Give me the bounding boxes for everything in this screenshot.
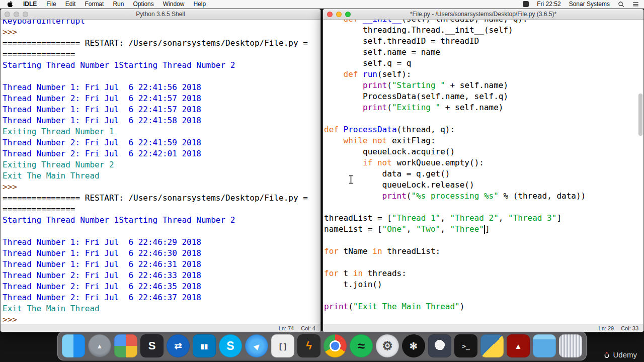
menu-edit[interactable]: Edit	[61, 1, 80, 8]
editor-line-indicator: Ln: 29	[599, 325, 614, 331]
editor-code-lines: def __init__(self, threadID, name, q): t…	[324, 20, 643, 312]
dock-icon-github[interactable]	[428, 334, 451, 357]
code-line	[3, 226, 320, 237]
menu-file[interactable]: File	[42, 1, 60, 8]
code-line: def __init__(self, threadID, name, q):	[324, 20, 643, 25]
menubar-clock[interactable]: Fri 22:52	[537, 1, 560, 8]
menu-run[interactable]: Run	[108, 1, 128, 8]
editor-col-indicator: Col: 33	[621, 325, 638, 331]
code-line	[3, 71, 320, 82]
shell-line-indicator: Ln: 74	[279, 325, 294, 331]
code-line: for t in threads:	[324, 268, 643, 279]
shell-window-controls	[5, 12, 28, 17]
dock-icon-trash[interactable]	[559, 334, 582, 357]
code-line: Starting Thread Number 1Starting Thread …	[3, 215, 320, 226]
s-dark-app-glyph: S	[148, 340, 156, 351]
dock-icon-safari[interactable]: ▸	[245, 334, 268, 357]
editor-window-title: *File.py - /Users/sonarsystems/Desktop/F…	[410, 11, 556, 18]
spotify-glyph: ≈	[358, 339, 365, 352]
dock-icon-files-folder[interactable]	[533, 334, 556, 357]
dock-icon-s-dark-app[interactable]: S	[140, 334, 164, 357]
zoom-button[interactable]	[345, 12, 351, 17]
dock-icon-obs[interactable]: ✻	[402, 334, 425, 357]
menu-format[interactable]: Format	[80, 1, 108, 8]
code-line: threading.Thread.__init__(self)	[324, 25, 643, 36]
code-line: ProcessData(self.name, self.q)	[324, 91, 643, 102]
code-line: Exiting Thread Number 2	[3, 159, 320, 170]
editor-scrollbar[interactable]	[638, 94, 642, 136]
dock-icon-finder[interactable]	[62, 334, 85, 357]
menu-app-name[interactable]: IDLE	[18, 1, 42, 8]
code-line: threadList = ["Thread 1", "Thread 2", "T…	[324, 213, 643, 224]
dock-icon-tiles-app[interactable]	[114, 334, 137, 357]
menubar-extra-icon[interactable]	[523, 1, 529, 7]
dock-icon-system-preferences[interactable]: ⚙	[376, 334, 399, 357]
menu-window[interactable]: Window	[158, 1, 189, 8]
dock-icon-brackets[interactable]: [ ]	[271, 334, 294, 357]
dock-icon-terminal[interactable]: >_	[454, 334, 477, 357]
minimize-button[interactable]	[14, 12, 19, 17]
dock-icon-chrome[interactable]	[324, 334, 347, 357]
dock-icon-transfer-app[interactable]: ⇄	[167, 334, 190, 357]
code-line: if not workQueue.empty():	[324, 157, 643, 168]
code-line: Thread Number 1: Fri Jul 6 22:46:31 2018	[3, 259, 320, 270]
shell-output-lines: KeyboardInterrupt>>> ================ RE…	[3, 20, 320, 324]
trello-glyph: ▮▮	[201, 343, 208, 349]
close-button[interactable]	[327, 12, 333, 17]
code-line: print("Starting " + self.name)	[324, 80, 643, 91]
dock-icon-trello[interactable]: ▮▮	[193, 334, 216, 357]
menu-options[interactable]: Options	[128, 1, 158, 8]
skype-glyph: S	[226, 340, 234, 352]
shell-output-area[interactable]: KeyboardInterrupt>>> ================ RE…	[1, 20, 320, 324]
editor-titlebar[interactable]: *File.py - /Users/sonarsystems/Desktop/F…	[323, 9, 643, 20]
menubar-left: IDLE FileEditFormatRunOptionsWindowHelp	[0, 0, 210, 8]
dock-icon-python-idle[interactable]	[480, 334, 504, 357]
dock-icon-skype[interactable]: S	[219, 334, 242, 357]
code-line: Starting Thread Number 1Starting Thread …	[3, 60, 320, 71]
code-line: ===============	[3, 204, 320, 215]
close-button[interactable]	[5, 12, 10, 17]
minimize-button[interactable]	[336, 12, 342, 17]
udemy-logo-icon	[603, 351, 610, 358]
apple-menu-icon[interactable]	[0, 1, 18, 8]
dock-icon-spotify[interactable]: ≈	[350, 334, 373, 357]
dock-icon-lightning-app[interactable]: ϟ	[297, 334, 320, 357]
menu-items: FileEditFormatRunOptionsWindowHelp	[42, 1, 210, 8]
editor-text-area[interactable]: def __init__(self, threadID, name, q): t…	[323, 20, 643, 324]
obs-glyph: ✻	[410, 341, 418, 351]
code-line: KeyboardInterrupt	[3, 20, 320, 27]
transfer-app-glyph: ⇄	[174, 341, 182, 350]
code-line	[324, 202, 643, 213]
shell-col-indicator: Col: 4	[301, 325, 315, 331]
code-line: Thread Number 2: Fri Jul 6 22:41:59 2018	[3, 137, 320, 148]
apple-logo-icon	[7, 1, 13, 8]
ibeam-mouse-cursor	[348, 175, 354, 186]
code-line: ================ RESTART: /Users/sonarsy…	[3, 193, 320, 204]
code-line: Exit The Main Thread	[3, 170, 320, 182]
dock-icon-launchpad[interactable]: ▲	[88, 334, 111, 357]
editor-statusbar: Ln: 29 Col: 33	[323, 324, 643, 332]
udemy-watermark: Udemy	[603, 350, 637, 359]
code-line: Thread Number 2: Fri Jul 6 22:42:01 2018	[3, 148, 320, 159]
shell-titlebar[interactable]: Python 3.6.5 Shell	[1, 9, 320, 20]
code-line	[324, 290, 643, 301]
menubar-user[interactable]: Sonar Systems	[569, 1, 610, 8]
dock-icon-acrobat[interactable]: ▲	[507, 334, 530, 357]
code-line: Thread Number 1: Fri Jul 6 22:41:58 2018	[3, 115, 320, 126]
spotlight-search-icon[interactable]	[618, 1, 624, 8]
code-line	[324, 235, 643, 246]
code-line	[324, 113, 643, 124]
editor-window-controls	[327, 12, 351, 17]
menu-help[interactable]: Help	[189, 1, 210, 8]
code-line	[324, 257, 643, 268]
brackets-glyph: [ ]	[279, 342, 286, 350]
code-line: Exit The Main Thread	[3, 303, 320, 314]
code-line: t.join()	[324, 279, 643, 290]
notification-center-icon[interactable]	[632, 1, 639, 8]
code-line: Thread Number 2: Fri Jul 6 22:46:37 2018	[3, 292, 320, 303]
code-line: queueLock.acquire()	[324, 146, 643, 157]
zoom-button[interactable]	[23, 12, 28, 17]
code-line: Exiting Thread Number 1	[3, 126, 320, 137]
code-line: Thread Number 1: Fri Jul 6 22:46:29 2018	[3, 237, 320, 248]
code-line: def ProcessData(thread, q):	[324, 124, 643, 135]
